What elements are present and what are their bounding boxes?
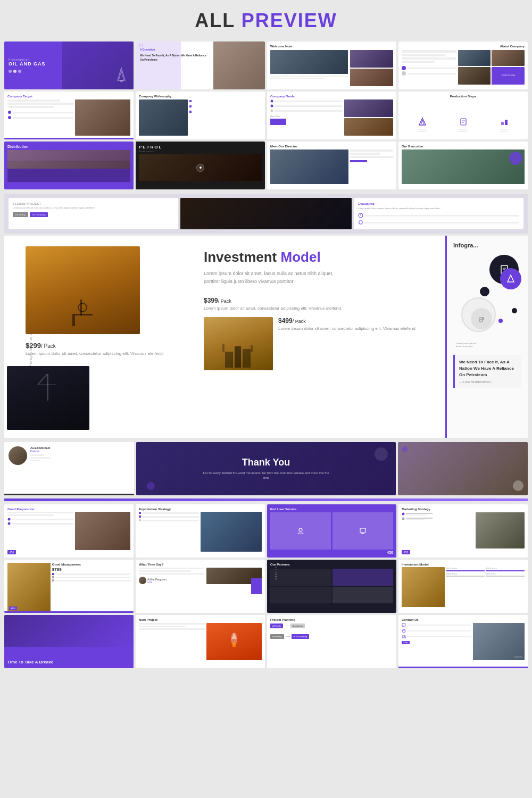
meet-director-title: Meet Our Director <box>270 145 393 148</box>
quotation-text: We Need To Face It, As A Nation We Have … <box>140 53 206 62</box>
svg-rect-43 <box>483 317 484 320</box>
slide-our-partners[interactable]: Our Partners MASS CO. <box>267 560 396 613</box>
slide-project-planning[interactable]: Project Planning All Goals Monitoring Al… <box>267 615 396 668</box>
slide-good-preparation[interactable]: Good Preparation 456 <box>4 504 134 558</box>
contact-us-title: Contact Us <box>402 618 525 621</box>
slide-production-steps[interactable]: Production Steps <box>398 92 528 139</box>
abstract-slide[interactable] <box>398 442 528 495</box>
header-preview: PREVIEW <box>242 10 337 31</box>
slide-good-management[interactable]: $456 Good Management $789 <box>4 560 134 613</box>
pack3-photo <box>204 317 273 370</box>
good-prep-price: 456 <box>7 550 16 554</box>
gm-price2: $456 <box>9 606 17 610</box>
slide-row-3: Distribution PETROL Presentation Meet Ou… <box>0 142 532 192</box>
svg-point-5 <box>8 116 11 119</box>
svg-rect-30 <box>243 349 251 368</box>
svg-point-45 <box>8 522 11 525</box>
svg-point-7 <box>271 105 273 107</box>
slide-next-project[interactable]: Next Project <box>136 615 265 668</box>
svg-marker-9 <box>419 118 426 125</box>
svg-rect-20 <box>80 300 82 315</box>
next-project-title: Next Project <box>139 618 262 621</box>
svg-line-25 <box>38 374 47 385</box>
slide-meet-director[interactable]: Meet Our Director <box>267 142 396 189</box>
investment-main-desc: Lorem ipsum dolor sit amet, lacus nulla … <box>204 270 342 286</box>
view-tabs-label: View Tabs <box>270 115 343 118</box>
svg-point-23 <box>78 303 87 312</box>
second-project-slide[interactable]: SECOND PROJECT Lorem ipsum dolor sit ame… <box>9 198 178 229</box>
overlap-section: SECOND PROJECT Lorem ipsum dolor sit ame… <box>4 194 528 234</box>
slide-about-company[interactable]: About Company <box>398 41 528 89</box>
slide-what-they-say[interactable]: What They Say? Arthur Ferguson $456 <box>136 560 265 613</box>
slide-marketing[interactable]: Marketing Strategy <box>398 504 528 558</box>
svg-point-50 <box>402 513 405 516</box>
slide-company-goals[interactable]: Company Goals View Tabs <box>267 92 396 139</box>
about-company-title: About Company <box>402 45 525 48</box>
company-target-title: Company Target <box>7 95 130 98</box>
evaluating-desc: Lorem ipsum dolor sit amet, lacus nulla … <box>358 207 519 210</box>
production-steps-title: Production Steps <box>402 95 525 98</box>
project-buttons: 04. Selling 03. Producing <box>13 212 174 217</box>
exploitation-title: Exploitation Strategy <box>139 508 262 511</box>
svg-point-46 <box>299 528 302 531</box>
svg-rect-15 <box>501 122 504 125</box>
slide-welcome-note[interactable]: Welcome Note <box>267 41 396 89</box>
pack3-info: $499/ Pack Lorem ipsum dolor sit amet, c… <box>278 317 417 332</box>
selling-button[interactable]: 04. Selling <box>13 212 28 217</box>
quote-text: We Need To Face It, As A Nation We Have … <box>459 359 517 378</box>
svg-rect-31 <box>222 344 225 352</box>
slide-oil-gas[interactable]: Presentation OIL AND GAS <box>4 41 134 89</box>
svg-point-44 <box>8 518 11 521</box>
slide-investment-model-2[interactable]: Investment Model 100% Pack 200% Pack 150… <box>398 560 528 613</box>
section-divider <box>4 498 528 501</box>
investment-left-panel: Perspiciatis unde omnis iste $299/ Pack … <box>4 236 196 438</box>
slide-time-to-take[interactable]: Time To Take A Breake <box>4 615 134 668</box>
thank-you-row: ALEXANDER Director Thank You Far far awa… <box>0 440 532 497</box>
svg-rect-16 <box>505 120 508 125</box>
investment-photo-bottom-left <box>7 366 89 430</box>
thank-you-title: Thank You <box>242 457 290 468</box>
slide-row-2: Company Target Company Philosophy <box>0 92 532 142</box>
distribution-title: Distribution <box>7 145 130 148</box>
svg-rect-28 <box>225 352 233 368</box>
pack2-info: $399/ Pack Lorem ipsum dolor sit amet, c… <box>204 297 437 312</box>
slide-end-user[interactable]: End User Service 456 <box>267 504 396 558</box>
svg-rect-24 <box>47 374 48 401</box>
slide-company-target[interactable]: Company Target <box>4 92 134 139</box>
slide-company-philosophy[interactable]: Company Philosophy <box>136 92 265 139</box>
evaluating-slide[interactable]: Evaluating Lorem ipsum dolor sit amet, l… <box>354 198 523 229</box>
evaluating-title: Evaluating <box>358 202 519 205</box>
infographic-bubbles: Lorem ipsum dolor sitamet, consectetur <box>453 255 521 351</box>
slide-contact-us[interactable]: Contact Us 30 Apr <box>398 615 528 668</box>
svg-marker-0 <box>118 68 125 80</box>
svg-rect-47 <box>360 528 365 533</box>
thank-you-slide[interactable]: Thank You Far far away, behind the word … <box>136 442 396 495</box>
svg-rect-3 <box>120 80 123 82</box>
person-slide[interactable]: ALEXANDER Director <box>4 442 134 495</box>
welcome-note-title: Welcome Note <box>270 45 393 48</box>
header-all: ALL <box>195 10 235 31</box>
featured-investment-section: Perspiciatis unde omnis iste $299/ Pack … <box>4 236 528 438</box>
slide-our-executive[interactable]: Our Executive <box>398 142 528 189</box>
investment-main-title: Investment Model <box>204 249 437 265</box>
infographic-title: Infogra... <box>453 242 521 248</box>
marketing-price: 456 <box>402 550 410 554</box>
svg-rect-21 <box>72 314 93 315</box>
pack1-desc: Lorem ipsum dolor sit amet, consectetur … <box>26 351 185 357</box>
slide-quotation[interactable]: " A Quotation We Need To Face It, As A N… <box>136 41 265 89</box>
pack2-price: $399/ Pack <box>204 297 437 304</box>
bottom-row-1: Good Preparation 456 Exploita <box>0 502 532 558</box>
svg-point-51 <box>402 518 405 520</box>
slide-petrol[interactable]: PETROL Presentation <box>136 142 265 189</box>
slide-exploitation[interactable]: Exploitation Strategy <box>136 504 265 558</box>
producing-button[interactable]: 03. Producing <box>30 212 48 217</box>
quotation-label: A Quotation <box>140 48 261 51</box>
investment-photo-top <box>26 246 140 334</box>
page-header: ALL PREVIEW <box>0 0 532 39</box>
good-prep-title: Good Preparation <box>7 508 130 511</box>
time-to-take-title: Time To Take A Breake <box>7 660 130 665</box>
slide-distribution[interactable]: Distribution <box>4 142 134 189</box>
wts-price: $456 <box>147 581 167 584</box>
infographic-quote: We Need To Face It, As A Nation We Have … <box>453 355 521 388</box>
gm-price1: $789 <box>52 567 130 572</box>
